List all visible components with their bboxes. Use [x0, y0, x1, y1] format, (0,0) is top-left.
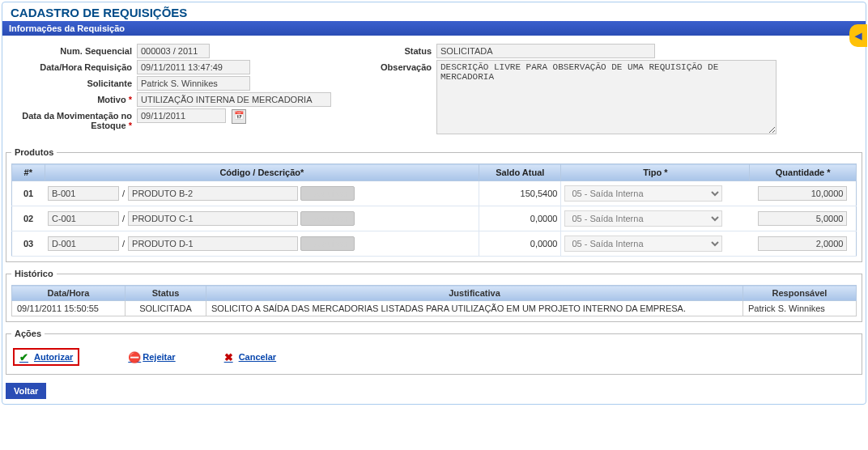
datahora-field [137, 60, 250, 74]
num-seq-label: Num. Sequencial [7, 44, 137, 56]
historico-legend: Histórico [11, 269, 57, 278]
col-codigo-desc: Código / Descrição* [45, 164, 479, 181]
historico-fieldset: Histórico Data/Hora Status Justificativa… [6, 269, 862, 322]
motivo-label: Motivo * [7, 92, 137, 104]
acoes-fieldset: Ações Autorizar Rejeitar Cancelar [6, 329, 862, 375]
hist-datahora: 09/11/2011 15:50:55 [12, 301, 126, 316]
saldo-cell: 0,0000 [479, 231, 561, 257]
table-row: 01/ Pesquisar150,540005 - Saída Interna [12, 181, 857, 206]
saldo-cell: 150,5400 [479, 181, 561, 206]
saldo-cell: 0,0000 [479, 206, 561, 231]
cancelar-button[interactable]: Cancelar [224, 351, 276, 363]
tipo-select[interactable]: 05 - Saída Interna [564, 185, 722, 202]
quantidade-input[interactable] [758, 211, 847, 226]
row-idx: 03 [12, 231, 45, 257]
autorizar-button[interactable]: Autorizar [13, 348, 79, 366]
status-field [436, 44, 655, 58]
data-mov-field[interactable] [137, 108, 226, 123]
descricao-input[interactable] [128, 211, 298, 226]
rejeitar-button[interactable]: Rejeitar [128, 351, 175, 363]
col-qtd: Quantidade * [750, 164, 857, 181]
calendar-icon[interactable]: 📅 [232, 109, 246, 124]
hist-col-justificativa: Justificativa [206, 286, 743, 301]
hist-status: SOLICITADA [126, 301, 206, 316]
pesquisar-button[interactable]: Pesquisar [300, 186, 355, 201]
tipo-select[interactable]: 05 - Saída Interna [564, 210, 722, 227]
hist-col-datahora: Data/Hora [12, 286, 126, 301]
tipo-select[interactable]: 05 - Saída Interna [564, 236, 722, 252]
codigo-input[interactable] [48, 186, 119, 201]
codigo-input[interactable] [48, 211, 119, 226]
voltar-button[interactable]: Voltar [6, 383, 46, 399]
codigo-input[interactable] [48, 236, 119, 251]
hist-row: 09/11/2011 15:50:55SOLICITADASOLICITO A … [12, 301, 857, 316]
acoes-legend: Ações [11, 329, 45, 338]
table-row: 03/ Pesquisar0,000005 - Saída Interna [12, 231, 857, 257]
data-mov-label: Data da Movimentação no Estoque * [7, 108, 137, 130]
datahora-label: Data/Hora Requisição [7, 60, 137, 72]
descricao-input[interactable] [128, 186, 298, 201]
deny-icon [128, 351, 139, 363]
solicitante-label: Solicitante [7, 76, 137, 88]
solicitante-field [137, 76, 250, 91]
col-saldo: Saldo Atual [479, 164, 561, 181]
pesquisar-button[interactable]: Pesquisar [300, 236, 355, 251]
status-label: Status [364, 44, 436, 56]
quantidade-input[interactable] [758, 186, 847, 201]
row-idx: 02 [12, 206, 45, 231]
side-panel-toggle[interactable]: ◀ [849, 24, 867, 47]
obs-label: Observação [364, 60, 436, 72]
quantidade-input[interactable] [758, 236, 847, 251]
hist-responsavel: Patrick S. Winnikes [743, 301, 857, 316]
pesquisar-button[interactable]: Pesquisar [300, 211, 355, 226]
descricao-input[interactable] [128, 236, 298, 251]
hist-justificativa: SOLICITO A SAÍDA DAS MERCADORIAS LISTADA… [206, 301, 743, 316]
produtos-fieldset: Produtos #* Código / Descrição* Saldo At… [6, 147, 862, 262]
hist-col-status: Status [126, 286, 206, 301]
hist-col-responsavel: Responsável [743, 286, 857, 301]
page-title: CADASTRO DE REQUISIÇÕES [2, 2, 866, 21]
obs-field[interactable]: DESCRIÇÃO LIVRE PARA OBSERVAÇÃO DE UMA R… [436, 60, 777, 134]
num-seq-field [137, 44, 210, 58]
col-tipo: Tipo * [561, 164, 750, 181]
check-icon [19, 351, 31, 363]
col-idx: #* [12, 164, 45, 181]
motivo-field[interactable] [137, 92, 331, 107]
info-header: Informações da Requisição [2, 21, 866, 36]
table-row: 02/ Pesquisar0,000005 - Saída Interna [12, 206, 857, 231]
produtos-legend: Produtos [11, 147, 57, 157]
row-idx: 01 [12, 181, 45, 206]
cancel-icon [224, 351, 236, 363]
